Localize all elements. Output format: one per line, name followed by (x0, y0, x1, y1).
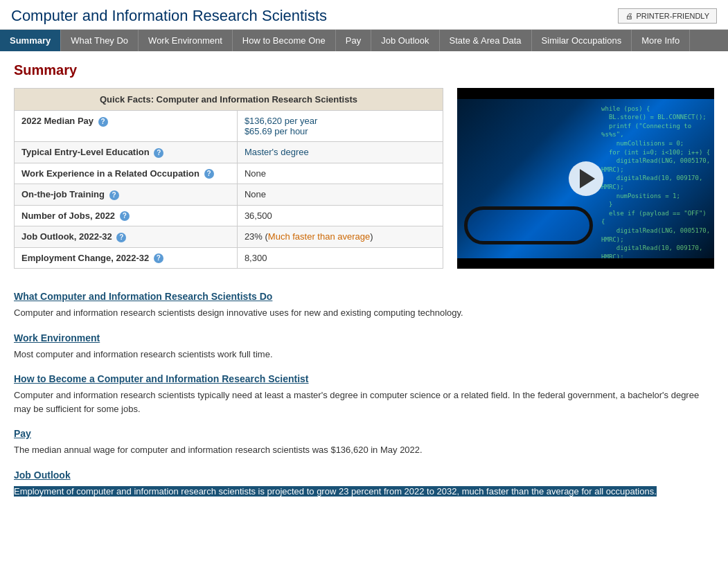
video-bg: while (pos) { BL.store() = BL.CONNECT();… (457, 99, 714, 258)
quick-facts-header: Quick Facts: Computer and Information Re… (15, 89, 443, 111)
job-outlook-section: Job Outlook Employment of computer and i… (14, 460, 714, 499)
printer-friendly-button[interactable]: 🖨 PRINTER-FRIENDLY (618, 8, 717, 24)
help-icon-work-exp[interactable]: ? (204, 169, 214, 179)
glasses-shape (464, 206, 593, 244)
row-value-median-pay: $136,620 per year $65.69 per hour (237, 111, 443, 142)
what-they-do-link[interactable]: What Computer and Information Research S… (14, 291, 272, 302)
help-icon-education[interactable]: ? (154, 148, 163, 158)
pay-text: The median annual wage for computer and … (14, 443, 714, 457)
printer-icon: 🖨 (625, 12, 633, 20)
education-link[interactable]: Master's degree (245, 147, 309, 157)
how-to-become-section: How to Become a Computer and Information… (14, 364, 714, 415)
help-icon-training[interactable]: ? (109, 190, 119, 200)
table-row: Employment Change, 2022-32 ? 8,300 (15, 247, 443, 269)
row-label-outlook: Job Outlook, 2022-32 ? (15, 226, 238, 248)
work-environment-section: Work Environment Most computer and infor… (14, 323, 714, 361)
what-they-do-section: What Computer and Information Research S… (14, 281, 714, 320)
table-row: Work Experience in a Related Occupation … (15, 163, 443, 184)
outlook-faster-avg: Much faster than average (268, 231, 370, 242)
pay-link[interactable]: Pay (14, 428, 31, 439)
row-label-training: On-the-job Training ? (15, 184, 238, 206)
tab-job-outlook[interactable]: Job Outlook (371, 30, 439, 51)
job-outlook-link[interactable]: Job Outlook (14, 470, 71, 481)
row-label-jobs: Number of Jobs, 2022 ? (15, 205, 238, 226)
tab-work-environment[interactable]: Work Environment (139, 30, 233, 51)
video-thumbnail[interactable]: while (pos) { BL.store() = BL.CONNECT();… (457, 88, 714, 269)
table-row: Typical Entry-Level Education ? Master's… (15, 142, 443, 163)
tab-similar-occupations[interactable]: Similar Occupations (532, 30, 632, 51)
work-environment-text: Most computer and information research s… (14, 348, 714, 361)
row-value-jobs: 36,500 (237, 205, 443, 226)
tab-pay[interactable]: Pay (336, 30, 371, 51)
row-value-outlook: 23% (Much faster than average) (237, 226, 443, 248)
row-value-training: None (237, 184, 443, 206)
nav-tabs: Summary What They Do Work Environment Ho… (0, 30, 728, 51)
quick-facts-table: Quick Facts: Computer and Information Re… (14, 88, 443, 269)
row-value-emp-change: 8,300 (237, 247, 443, 269)
help-icon-emp-change[interactable]: ? (154, 253, 163, 263)
row-label-emp-change: Employment Change, 2022-32 ? (15, 247, 238, 269)
table-row: On-the-job Training ? None (15, 184, 443, 206)
row-value-work-exp: None (237, 163, 443, 184)
help-icon-outlook[interactable]: ? (116, 233, 126, 242)
code-overlay: while (pos) { BL.store() = BL.CONNECT();… (598, 99, 714, 258)
page-header: Computer and Information Research Scient… (0, 0, 728, 30)
quick-facts-section: Quick Facts: Computer and Information Re… (14, 88, 714, 269)
how-to-become-link[interactable]: How to Become a Computer and Information… (14, 373, 309, 384)
main-content: Summary Quick Facts: Computer and Inform… (0, 51, 728, 512)
row-label-median-pay: 2022 Median Pay ? (15, 111, 238, 142)
pay-section: Pay The median annual wage for computer … (14, 418, 714, 457)
job-outlook-text: Employment of computer and information r… (14, 485, 714, 499)
summary-heading: Summary (14, 62, 714, 78)
help-icon-jobs[interactable]: ? (120, 211, 130, 221)
row-label-education: Typical Entry-Level Education ? (15, 142, 238, 163)
tab-how-to-become[interactable]: How to Become One (233, 30, 336, 51)
job-outlook-highlighted: Employment of computer and information r… (14, 486, 657, 497)
row-label-work-exp: Work Experience in a Related Occupation … (15, 163, 238, 184)
row-value-education: Master's degree (237, 142, 443, 163)
how-to-become-text: Computer and information research scient… (14, 388, 714, 415)
page-title: Computer and Information Research Scient… (11, 7, 327, 25)
tab-what-they-do[interactable]: What They Do (61, 30, 139, 51)
video-play-button[interactable] (569, 161, 603, 196)
tab-more-info[interactable]: More Info (632, 30, 690, 51)
table-row: 2022 Median Pay ? $136,620 per year $65.… (15, 111, 443, 142)
tab-summary[interactable]: Summary (0, 30, 61, 51)
work-environment-link[interactable]: Work Environment (14, 332, 100, 343)
tab-state-area-data[interactable]: State & Area Data (440, 30, 532, 51)
table-row: Number of Jobs, 2022 ? 36,500 (15, 205, 443, 226)
what-they-do-text: Computer and information research scient… (14, 306, 714, 320)
help-icon-median-pay[interactable]: ? (98, 117, 108, 127)
table-row: Job Outlook, 2022-32 ? 23% (Much faster … (15, 226, 443, 248)
play-icon (580, 169, 595, 188)
